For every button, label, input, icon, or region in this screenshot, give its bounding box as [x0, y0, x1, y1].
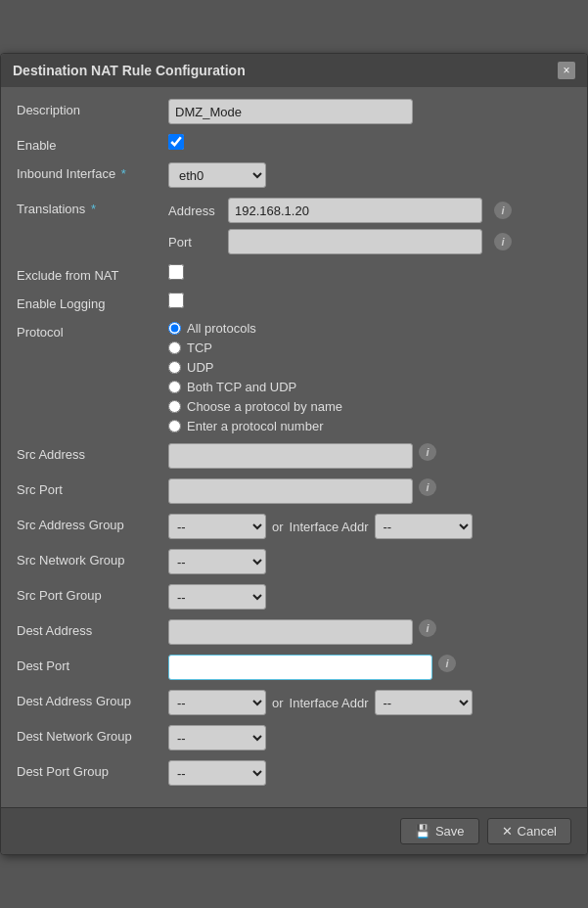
- dest-address-row: Dest Address i: [17, 619, 571, 645]
- src-address-group-label: Src Address Group: [17, 514, 168, 532]
- port-label: Port: [168, 235, 222, 250]
- save-button[interactable]: 💾 Save: [400, 818, 479, 844]
- protocol-number-label: Enter a protocol number: [187, 419, 323, 433]
- enable-label: Enable: [17, 134, 168, 153]
- protocol-number-row: Enter a protocol number: [168, 419, 342, 433]
- port-info-icon[interactable]: i: [494, 233, 512, 250]
- translations-label: Translations *: [17, 198, 168, 216]
- dest-port-group-label: Dest Port Group: [17, 760, 168, 779]
- cancel-button[interactable]: ✕ Cancel: [487, 818, 571, 844]
- dialog-body: Description Enable Inbound Interface * e…: [1, 87, 587, 807]
- enable-logging-checkbox[interactable]: [168, 293, 184, 308]
- protocol-udp-row: UDP: [168, 360, 342, 375]
- translations-required: *: [91, 202, 96, 216]
- exclude-nat-checkbox-wrap: [168, 264, 184, 280]
- translations-block: Address i Port i: [168, 198, 512, 254]
- src-network-group-label: Src Network Group: [17, 549, 168, 568]
- dest-or-label: or: [272, 696, 284, 710]
- inbound-interface-label: Inbound Interface *: [17, 162, 168, 181]
- dest-port-group-select[interactable]: --: [168, 760, 266, 786]
- src-port-group-row: Src Port Group --: [17, 584, 571, 610]
- close-button[interactable]: ×: [558, 62, 575, 79]
- src-address-label: Src Address: [17, 443, 168, 462]
- src-port-info-icon[interactable]: i: [419, 478, 436, 496]
- src-port-group-select[interactable]: --: [168, 584, 266, 610]
- dest-iface-addr-select[interactable]: --: [375, 690, 473, 715]
- address-translation-row: Address i: [168, 198, 512, 223]
- src-interface-addr-label: Interface Addr: [290, 520, 369, 534]
- save-icon: 💾: [415, 824, 430, 839]
- enable-row: Enable: [17, 134, 571, 153]
- src-or-label: or: [272, 520, 284, 534]
- inbound-interface-required: *: [121, 166, 126, 181]
- dialog-title-bar: Destination NAT Rule Configuration ×: [1, 54, 587, 87]
- dest-address-group-label: Dest Address Group: [17, 690, 168, 708]
- dest-port-group-row: Dest Port Group --: [17, 760, 571, 786]
- src-address-group-row: Src Address Group -- or Interface Addr -…: [17, 514, 571, 539]
- exclude-nat-row: Exclude from NAT: [17, 264, 571, 283]
- cancel-icon: ✕: [502, 824, 513, 839]
- enable-logging-row: Enable Logging: [17, 293, 571, 311]
- dialog-footer: 💾 Save ✕ Cancel: [1, 807, 587, 854]
- port-input[interactable]: [228, 229, 482, 254]
- src-address-row: Src Address i: [17, 443, 571, 469]
- protocol-udp-label: UDP: [187, 360, 213, 375]
- protocol-all-row: All protocols: [168, 321, 342, 336]
- dest-address-group-select[interactable]: --: [168, 690, 266, 715]
- address-info-icon[interactable]: i: [494, 202, 512, 219]
- protocol-both-radio[interactable]: [168, 381, 181, 393]
- dest-address-input[interactable]: [168, 619, 413, 645]
- protocol-udp-radio[interactable]: [168, 361, 181, 374]
- dest-port-info-icon[interactable]: i: [438, 655, 456, 672]
- dest-network-group-select[interactable]: --: [168, 725, 266, 750]
- dest-address-label: Dest Address: [17, 619, 168, 638]
- exclude-nat-label: Exclude from NAT: [17, 264, 168, 283]
- protocol-label: Protocol: [17, 321, 168, 340]
- dialog-title: Destination NAT Rule Configuration: [13, 63, 246, 78]
- protocol-tcp-radio[interactable]: [168, 341, 181, 354]
- description-input[interactable]: [168, 99, 413, 124]
- src-iface-addr-select[interactable]: --: [375, 514, 473, 539]
- protocol-both-label: Both TCP and UDP: [187, 380, 296, 394]
- enable-checkbox[interactable]: [168, 134, 184, 150]
- src-port-row: Src Port i: [17, 478, 571, 504]
- address-label: Address: [168, 204, 222, 218]
- protocol-row: Protocol All protocols TCP UDP Both TCP …: [17, 321, 571, 433]
- src-port-group-controls: --: [168, 584, 266, 610]
- protocol-all-radio[interactable]: [168, 322, 181, 335]
- protocol-tcp-row: TCP: [168, 340, 342, 355]
- src-network-group-row: Src Network Group --: [17, 549, 571, 574]
- dest-network-group-controls: --: [168, 725, 266, 750]
- exclude-nat-checkbox[interactable]: [168, 264, 184, 280]
- protocol-number-radio[interactable]: [168, 420, 181, 432]
- protocol-tcp-label: TCP: [187, 340, 212, 355]
- src-address-group-select[interactable]: --: [168, 514, 266, 539]
- src-address-group-controls: -- or Interface Addr --: [168, 514, 473, 539]
- src-address-input[interactable]: [168, 443, 413, 469]
- protocol-both-row: Both TCP and UDP: [168, 380, 342, 394]
- protocol-block: All protocols TCP UDP Both TCP and UDP C…: [168, 321, 342, 433]
- dest-network-group-label: Dest Network Group: [17, 725, 168, 744]
- dest-port-row: Dest Port i: [17, 655, 571, 680]
- src-network-group-controls: --: [168, 549, 266, 574]
- src-port-group-label: Src Port Group: [17, 584, 168, 603]
- protocol-name-row: Choose a protocol by name: [168, 399, 342, 414]
- dest-address-info-icon[interactable]: i: [419, 619, 436, 637]
- src-address-info-icon[interactable]: i: [419, 443, 436, 461]
- enable-logging-checkbox-wrap: [168, 293, 184, 308]
- destination-nat-dialog: Destination NAT Rule Configuration × Des…: [0, 53, 588, 855]
- protocol-name-radio[interactable]: [168, 400, 181, 413]
- inbound-interface-select[interactable]: eth0 eth1 eth2: [168, 162, 266, 188]
- enable-logging-label: Enable Logging: [17, 293, 168, 311]
- src-port-label: Src Port: [17, 478, 168, 497]
- address-input[interactable]: [228, 198, 482, 223]
- src-network-group-select[interactable]: --: [168, 549, 266, 574]
- protocol-name-label: Choose a protocol by name: [187, 399, 342, 414]
- dest-address-group-row: Dest Address Group -- or Interface Addr …: [17, 690, 571, 715]
- cancel-label: Cancel: [518, 824, 557, 839]
- dest-port-input[interactable]: [168, 655, 432, 680]
- src-port-input[interactable]: [168, 478, 413, 504]
- dest-port-label: Dest Port: [17, 655, 168, 673]
- protocol-all-label: All protocols: [187, 321, 256, 336]
- dest-address-group-controls: -- or Interface Addr --: [168, 690, 473, 715]
